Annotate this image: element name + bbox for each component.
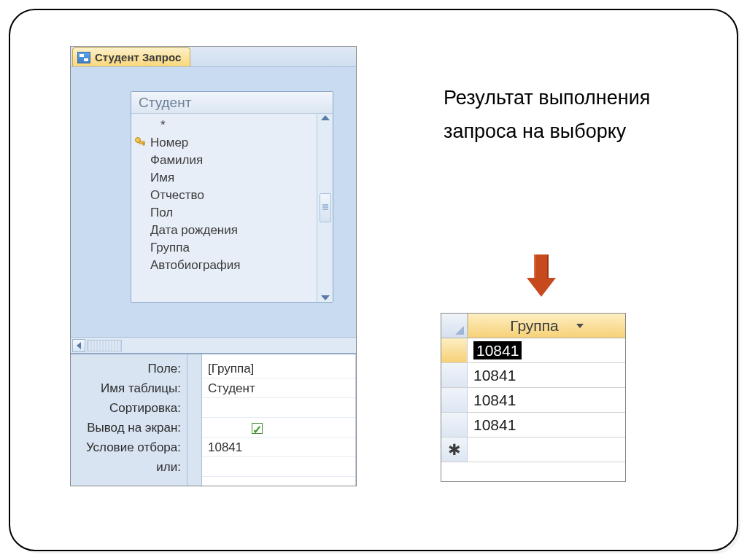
field-item[interactable]: Группа xyxy=(150,239,317,257)
field-item[interactable]: Имя xyxy=(150,169,317,187)
result-cell[interactable]: 10841 xyxy=(468,363,625,387)
qbe-criteria-cell[interactable]: 10841 xyxy=(202,438,355,457)
new-record-row[interactable]: ✱ xyxy=(441,438,625,462)
chevron-left-icon xyxy=(77,342,81,349)
show-checkbox[interactable] xyxy=(252,423,263,434)
qbe-label-show: Вывод на экран: xyxy=(71,418,181,438)
new-record-indicator: ✱ xyxy=(441,438,468,462)
table-window[interactable]: Студент * Номер Фамилия Имя Отчество xyxy=(131,91,333,303)
field-item[interactable]: Автобиография xyxy=(150,257,317,274)
qbe-label-or: или: xyxy=(71,457,181,477)
primary-key-icon xyxy=(134,136,146,148)
result-cell[interactable] xyxy=(468,438,625,462)
field-list[interactable]: * Номер Фамилия Имя Отчество Пол Дата ро… xyxy=(131,114,317,302)
qbe-label-sort: Сортировка: xyxy=(71,398,181,418)
field-item[interactable]: Дата рождения xyxy=(150,222,317,239)
scroll-left-button[interactable] xyxy=(72,339,85,352)
result-row[interactable]: 10841 xyxy=(441,338,625,363)
result-cell[interactable]: 10841 xyxy=(468,388,625,412)
query-tab[interactable]: Студент Запрос xyxy=(72,47,190,66)
qbe-column-1[interactable]: [Группа] Студент 10841 xyxy=(202,354,356,486)
select-all-corner[interactable] xyxy=(441,314,468,338)
row-selector[interactable] xyxy=(441,363,468,387)
svg-rect-2 xyxy=(143,143,144,145)
qbe-label-criteria: Условие отбора: xyxy=(71,438,181,457)
field-star[interactable]: * xyxy=(150,117,317,134)
access-query-designer: Студент Запрос Студент * Номер Фамил xyxy=(70,46,357,486)
qbe-show-cell[interactable] xyxy=(202,418,355,438)
caption-text: Результат выполнения запроса на выборку xyxy=(444,82,677,149)
result-header-row: Группа xyxy=(441,314,625,338)
result-row[interactable]: 10841 xyxy=(441,413,625,438)
result-row[interactable]: 10841 xyxy=(441,388,625,413)
field-item[interactable]: Фамилия xyxy=(150,152,317,169)
scroll-up-icon[interactable] xyxy=(321,115,330,120)
qbe-row-labels: Поле: Имя таблицы: Сортировка: Вывод на … xyxy=(71,354,187,486)
result-cell[interactable]: 10841 xyxy=(468,338,625,362)
dropdown-icon[interactable] xyxy=(576,324,584,328)
query-tab-label: Студент Запрос xyxy=(95,51,181,63)
qbe-sort-cell[interactable] xyxy=(202,398,355,418)
row-selector[interactable] xyxy=(441,338,468,362)
field-item[interactable]: Отчество xyxy=(150,187,317,204)
selected-value: 10841 xyxy=(473,341,522,359)
qbe-rowheader-gutter xyxy=(187,354,202,486)
query-icon xyxy=(77,52,90,63)
result-row[interactable]: 10841 xyxy=(441,363,625,388)
row-selector[interactable] xyxy=(441,388,468,412)
scroll-thumb[interactable] xyxy=(320,193,331,222)
horizontal-scrollbar[interactable] xyxy=(71,337,356,353)
slide-frame: Студент Запрос Студент * Номер Фамил xyxy=(9,9,738,551)
row-selector[interactable] xyxy=(441,413,468,437)
column-header-group[interactable]: Группа xyxy=(468,314,625,338)
qbe-label-table: Имя таблицы: xyxy=(71,378,181,398)
table-body: * Номер Фамилия Имя Отчество Пол Дата ро… xyxy=(131,114,333,302)
design-surface[interactable]: Студент * Номер Фамилия Имя Отчество xyxy=(71,67,356,353)
scroll-down-icon[interactable] xyxy=(321,295,330,300)
column-header-label: Группа xyxy=(510,317,559,335)
qbe-label-field: Поле: xyxy=(71,359,181,378)
vertical-scrollbar[interactable] xyxy=(317,114,333,302)
qbe-table-cell[interactable]: Студент xyxy=(202,378,355,398)
qbe-or-cell[interactable] xyxy=(202,457,355,477)
down-arrow-icon xyxy=(527,254,556,297)
tab-bar: Студент Запрос xyxy=(71,47,356,67)
qbe-grid: Поле: Имя таблицы: Сортировка: Вывод на … xyxy=(71,353,356,486)
field-item[interactable]: Пол xyxy=(150,204,317,222)
qbe-field-cell[interactable]: [Группа] xyxy=(202,359,355,378)
field-item[interactable]: Номер xyxy=(150,134,317,152)
field-name: Номер xyxy=(150,136,188,149)
scroll-track[interactable] xyxy=(87,340,122,351)
result-datasheet: Группа 10841 10841 10841 10841 ✱ xyxy=(441,313,626,482)
table-window-title: Студент xyxy=(131,92,333,114)
result-cell[interactable]: 10841 xyxy=(468,413,625,437)
